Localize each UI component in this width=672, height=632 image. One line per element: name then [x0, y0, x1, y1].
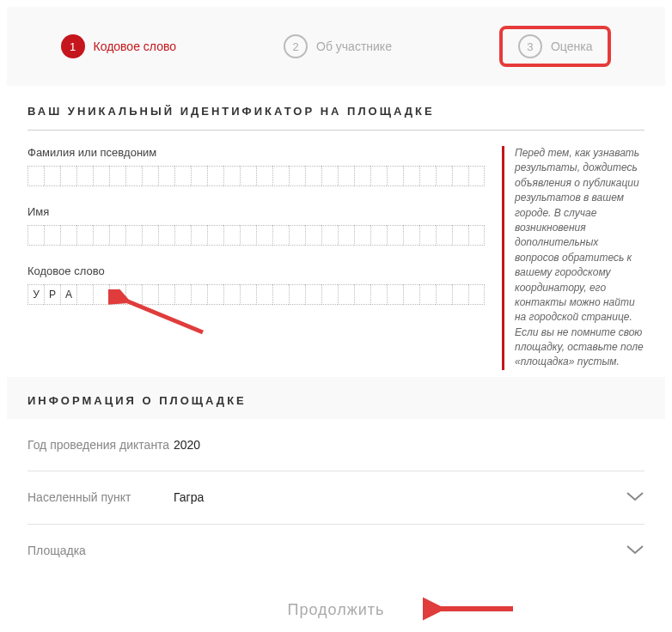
cell[interactable]: [93, 225, 109, 246]
cell[interactable]: [321, 225, 338, 246]
cell[interactable]: [76, 166, 93, 186]
cell[interactable]: [370, 284, 387, 305]
cell[interactable]: [142, 166, 158, 186]
cell[interactable]: [27, 166, 44, 186]
row-venue[interactable]: Площадка: [27, 525, 645, 577]
cell[interactable]: [452, 284, 468, 305]
cell[interactable]: [191, 166, 207, 186]
cell[interactable]: [158, 284, 174, 305]
cell[interactable]: [142, 225, 158, 246]
cell[interactable]: [240, 166, 256, 186]
cell[interactable]: [305, 284, 321, 305]
cell[interactable]: [403, 284, 419, 305]
year-value: 2020: [174, 438, 645, 452]
cell[interactable]: [419, 166, 436, 186]
cell[interactable]: [44, 225, 60, 246]
cell[interactable]: [191, 284, 207, 305]
cell[interactable]: [387, 166, 403, 186]
cell[interactable]: [256, 166, 272, 186]
cell[interactable]: [468, 284, 485, 305]
row-city[interactable]: Населенный пункт Гагра: [27, 471, 645, 525]
cell[interactable]: [76, 284, 93, 305]
cell[interactable]: [452, 166, 468, 186]
surname-input[interactable]: [27, 166, 485, 186]
submit-area: Продолжить: [27, 577, 645, 628]
cell[interactable]: [158, 166, 174, 186]
cell[interactable]: [93, 166, 109, 186]
cell[interactable]: [452, 225, 468, 246]
cell[interactable]: [289, 166, 305, 186]
step-3[interactable]: 3 Оценка: [499, 26, 612, 67]
cell[interactable]: [109, 166, 125, 186]
cell[interactable]: [27, 225, 44, 246]
cell[interactable]: [223, 284, 240, 305]
cell[interactable]: [191, 225, 207, 246]
cell[interactable]: [436, 225, 452, 246]
name-input[interactable]: [27, 225, 485, 246]
cell[interactable]: [370, 166, 387, 186]
cell[interactable]: [240, 284, 256, 305]
cell[interactable]: [207, 225, 223, 246]
cell[interactable]: [419, 284, 436, 305]
cell[interactable]: [158, 225, 174, 246]
cell[interactable]: [338, 225, 354, 246]
field-name: Имя: [27, 205, 485, 246]
cell[interactable]: [125, 166, 142, 186]
cell[interactable]: [436, 166, 452, 186]
cell[interactable]: [174, 225, 191, 246]
continue-button[interactable]: Продолжить: [288, 601, 385, 619]
cell[interactable]: [272, 166, 289, 186]
cell[interactable]: [44, 166, 60, 186]
cell[interactable]: [468, 225, 485, 246]
cell[interactable]: [338, 284, 354, 305]
cell[interactable]: [387, 225, 403, 246]
step-1[interactable]: 1 Кодовое слово: [61, 34, 177, 58]
cell[interactable]: [354, 166, 370, 186]
cell[interactable]: А: [60, 284, 76, 305]
cell[interactable]: [256, 225, 272, 246]
cell[interactable]: [76, 225, 93, 246]
cell[interactable]: [142, 284, 158, 305]
cell[interactable]: [109, 284, 125, 305]
cell[interactable]: [272, 284, 289, 305]
cell[interactable]: [370, 225, 387, 246]
cell[interactable]: [387, 284, 403, 305]
cell[interactable]: [174, 284, 191, 305]
cell[interactable]: Р: [44, 284, 60, 305]
cell[interactable]: [256, 284, 272, 305]
cell[interactable]: [354, 225, 370, 246]
cell[interactable]: [305, 225, 321, 246]
cell[interactable]: [403, 225, 419, 246]
cell[interactable]: [419, 225, 436, 246]
cell[interactable]: У: [27, 284, 44, 305]
cell[interactable]: [93, 284, 109, 305]
cell[interactable]: [207, 284, 223, 305]
cell[interactable]: [174, 166, 191, 186]
chevron-down-icon: [626, 490, 645, 505]
section-venue: ИНФОРМАЦИЯ О ПЛОЩАДКЕ: [7, 377, 665, 419]
cell[interactable]: [125, 225, 142, 246]
cell[interactable]: [207, 166, 223, 186]
cell[interactable]: [125, 284, 142, 305]
codeword-input[interactable]: УРА: [27, 284, 485, 305]
cell[interactable]: [468, 166, 485, 186]
cell[interactable]: [223, 225, 240, 246]
cell[interactable]: [321, 166, 338, 186]
cell[interactable]: [305, 166, 321, 186]
city-value: Гагра: [174, 490, 626, 504]
cell[interactable]: [223, 166, 240, 186]
cell[interactable]: [436, 284, 452, 305]
cell[interactable]: [354, 284, 370, 305]
city-label: Населенный пункт: [27, 490, 174, 504]
cell[interactable]: [240, 225, 256, 246]
cell[interactable]: [338, 166, 354, 186]
cell[interactable]: [109, 225, 125, 246]
cell[interactable]: [289, 284, 305, 305]
cell[interactable]: [403, 166, 419, 186]
cell[interactable]: [321, 284, 338, 305]
cell[interactable]: [60, 166, 76, 186]
cell[interactable]: [60, 225, 76, 246]
step-2[interactable]: 2 Об участнике: [284, 34, 392, 58]
cell[interactable]: [272, 225, 289, 246]
cell[interactable]: [289, 225, 305, 246]
